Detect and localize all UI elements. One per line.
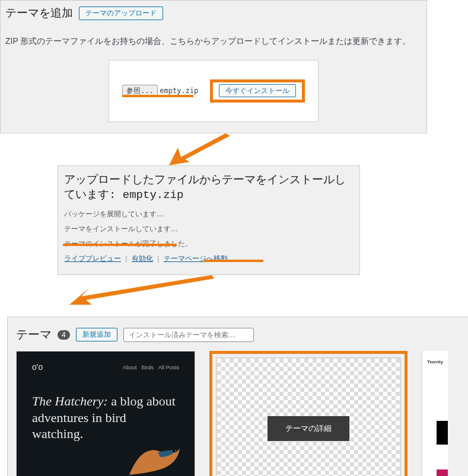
theme-card-empty[interactable]: テーマの詳細 Empty 有効化 ライブプレビュー	[216, 357, 401, 476]
search-themes-input[interactable]	[123, 328, 254, 342]
upload-theme-button[interactable]: テーマのアップロード	[79, 7, 163, 20]
upload-box: 参照... empty.zip 今すぐインストール	[109, 60, 319, 122]
theme-screenshot: o'o About Birds All Posts The Hatchery: …	[17, 352, 195, 476]
install-links: ライブプレビュー | 有効化 | テーマページへ移動	[64, 254, 354, 264]
separator: |	[125, 254, 127, 263]
annotation-arrow-2	[58, 275, 468, 308]
selected-filename: empty.zip	[160, 87, 198, 95]
bird-illustration-icon	[123, 439, 183, 476]
activate-link[interactable]: 有効化	[132, 254, 153, 263]
preview-nav: About Birds All Posts	[123, 365, 179, 370]
logo-icon: o'o	[32, 362, 43, 372]
theme-screenshot-empty: テーマの詳細	[217, 358, 400, 476]
install-highlight: 今すぐインストール	[210, 79, 305, 103]
preview-headline: The Hatchery: a blog about adventures in…	[32, 393, 179, 442]
install-progress-panel: アップロードしたファイルからテーマをインストールしています: empty.zip…	[58, 165, 360, 275]
separator: |	[157, 254, 159, 263]
theme-card-active[interactable]: o'o About Birds All Posts The Hatchery: …	[16, 351, 195, 476]
theme-count-badge: 4	[58, 330, 70, 340]
preview-blackband	[437, 421, 448, 445]
theme-details-button[interactable]: テーマの詳細	[268, 416, 349, 441]
theme-card-partial[interactable]: Twenty Twent	[422, 351, 448, 476]
annotation-underline	[63, 244, 177, 246]
themes-title: テーマ	[16, 327, 52, 343]
annotation-arrow-1	[0, 133, 427, 165]
preview-pinkband	[437, 469, 448, 476]
upload-note: ZIP 形式のテーマファイルをお持ちの場合、こちらからアップロードしてインストー…	[5, 36, 422, 47]
annotation-underline	[204, 260, 263, 262]
svg-point-0	[173, 450, 175, 452]
progress-line-1: パッケージを展開しています…	[64, 209, 354, 219]
theme-cards: o'o About Birds All Posts The Hatchery: …	[16, 351, 466, 476]
themes-panel: テーマ 4 新規追加 o'o About Birds All Posts The…	[7, 317, 468, 476]
page-title: テーマを追加	[5, 5, 73, 21]
preview-partial-text: Twenty	[422, 351, 448, 365]
add-theme-panel: テーマを追加 テーマのアップロード ZIP 形式のテーマファイルをお持ちの場合、…	[0, 0, 427, 133]
add-new-button[interactable]: 新規追加	[76, 328, 117, 341]
annotation-underline	[122, 95, 193, 97]
live-preview-link[interactable]: ライブプレビュー	[64, 254, 121, 263]
progress-line-2: テーマをインストールしています…	[64, 224, 354, 234]
themes-header: テーマ 4 新規追加	[16, 327, 466, 343]
install-title: アップロードしたファイルからテーマをインストールしています: empty.zip	[64, 173, 354, 202]
annotation-highlight-box: テーマの詳細 Empty 有効化 ライブプレビュー	[209, 351, 407, 476]
install-now-button[interactable]: 今すぐインストール	[219, 84, 296, 97]
panel-header: テーマを追加 テーマのアップロード	[5, 5, 422, 21]
